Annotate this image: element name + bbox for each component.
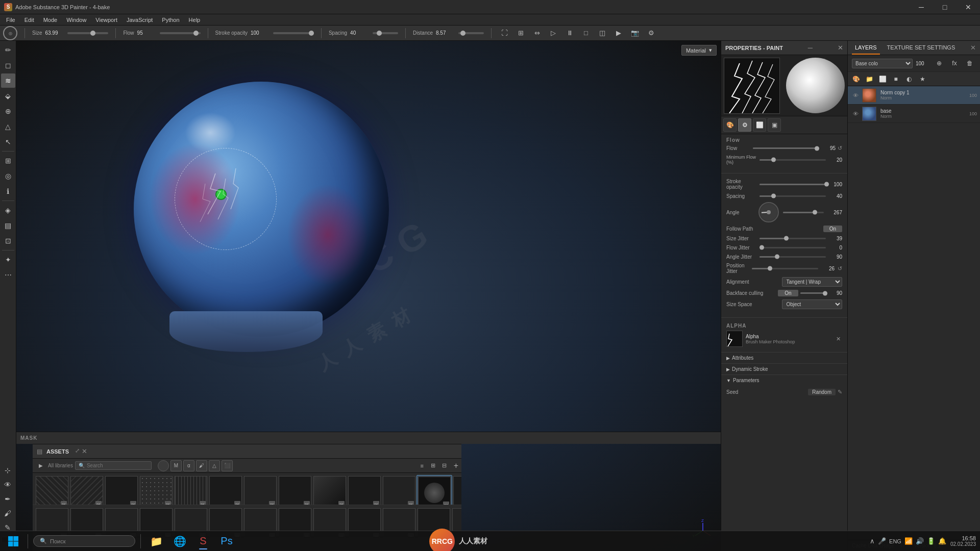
uv-tool[interactable]: ⊡ (1, 234, 15, 248)
screenshot-icon[interactable]: 📷 (629, 28, 641, 39)
list-item[interactable]: ps Hatching (174, 475, 208, 505)
select-tool[interactable]: ↖ (1, 135, 15, 149)
search-input[interactable] (87, 463, 148, 468)
paint-tool[interactable]: ✏ (1, 43, 15, 57)
flow-jitter-thumb[interactable] (760, 245, 764, 250)
list-item[interactable]: ps Ink Splatte... (382, 475, 416, 505)
list-item[interactable]: ps Hatching... (208, 475, 243, 505)
assets-float-btn[interactable]: ⤢ (75, 447, 80, 455)
distance-slider[interactable] (458, 32, 484, 34)
filter-alpha-btn[interactable]: α (183, 460, 194, 471)
menu-file[interactable]: File (2, 16, 19, 24)
video-icon[interactable]: ▶ (613, 28, 624, 39)
layer-folder-btn[interactable]: 📁 (863, 73, 875, 85)
brush2-tool[interactable]: 🖌 (1, 506, 15, 520)
list-item[interactable]: ps Ivy Branch (452, 475, 461, 505)
flow-randomize-btn[interactable]: ↺ (838, 145, 842, 152)
angle-wheel[interactable] (758, 202, 779, 222)
add-asset-btn[interactable]: + (454, 461, 458, 470)
eraser-tool[interactable]: ◻ (1, 58, 15, 72)
spacing-slider[interactable] (373, 32, 398, 34)
stroke-opacity-slider[interactable] (273, 32, 314, 34)
seed-value[interactable]: Random (808, 389, 836, 395)
notification-icon[interactable]: 🔔 (938, 537, 946, 545)
layer-paint-btn[interactable]: 🎨 (850, 73, 862, 85)
layer-visibility-icon[interactable]: 👁 (851, 91, 860, 100)
list-item[interactable]: ps Ink Splatte... (416, 475, 452, 505)
list-view-btn[interactable]: ≡ (417, 461, 427, 471)
layer-row[interactable]: 👁 base Norm 100 (848, 105, 980, 123)
list-item[interactable]: ps Hatching S... (278, 475, 312, 505)
layer-row[interactable]: 👁 Norm copy 1 Norm 100 (848, 86, 980, 105)
follow-path-toggle[interactable]: On (823, 226, 842, 232)
render2-icon[interactable]: ◫ (597, 28, 608, 39)
material-dropdown[interactable]: Material ▾ (681, 45, 717, 56)
filter-geo-btn[interactable]: △ (209, 460, 220, 471)
pen-tool[interactable]: ✒ (1, 492, 15, 506)
expand-all-icon[interactable]: ▶ (36, 461, 46, 471)
assets-search-box[interactable]: 🔍 (75, 461, 152, 470)
filter-tex-btn[interactable]: ⬛ (222, 460, 233, 471)
fill-tool[interactable]: ⬙ (1, 89, 15, 103)
brush-icon[interactable]: ◎ (3, 26, 17, 40)
grid-icon[interactable]: ⊞ (515, 28, 526, 39)
list-item[interactable]: ps Graffiti (35, 475, 69, 505)
list-item[interactable]: ps Ink Random (347, 475, 382, 505)
size-slider[interactable] (67, 32, 108, 34)
layer-mask-btn[interactable]: ⬜ (876, 73, 889, 85)
start-button[interactable] (4, 532, 22, 550)
extra2-tool[interactable]: ⋯ (1, 268, 15, 282)
menu-python[interactable]: Python (158, 16, 183, 24)
filter-brush-btn[interactable]: 🖌 (196, 460, 207, 471)
stroke-opacity-thumb[interactable] (824, 182, 829, 187)
geometry-tool[interactable]: △ (1, 119, 15, 134)
assets-close-btn[interactable]: ✕ (82, 447, 87, 455)
grid-view-btn[interactable]: ⊞ (428, 461, 438, 471)
dynamic-stroke-header[interactable]: ▶ Dynamic Stroke (721, 364, 847, 374)
min-flow-thumb[interactable] (771, 158, 776, 162)
list-item[interactable]: ps Hatching S... (243, 475, 278, 505)
smudge-tool[interactable]: ≋ (1, 73, 15, 88)
menu-mode[interactable]: Mode (39, 16, 62, 24)
flow-thumb[interactable] (815, 146, 819, 151)
info-tool[interactable]: ℹ (1, 184, 15, 198)
spacing-thumb[interactable] (771, 194, 776, 198)
blend-mode-select[interactable]: Base colo (852, 59, 913, 68)
attributes-header[interactable]: ▶ Attributes (721, 353, 847, 363)
layer-fill-btn[interactable]: ■ (890, 73, 902, 85)
menu-window[interactable]: Window (62, 16, 90, 24)
backface-toggle[interactable]: On (778, 290, 798, 296)
alignment-select[interactable]: Tangent | Wrap (782, 277, 843, 287)
battery-icon[interactable]: 🔋 (927, 537, 935, 545)
layers-tab[interactable]: LAYERS (852, 41, 880, 55)
clone-tool[interactable]: ⊕ (1, 104, 15, 118)
properties-minimize-btn[interactable]: ─ (808, 44, 813, 52)
volume-icon[interactable]: 🔊 (916, 537, 924, 545)
taskbar-app-photoshop[interactable]: Ps (216, 532, 237, 550)
flag-icon[interactable]: ▷ (548, 28, 559, 39)
transform-tool[interactable]: ⊞ (1, 154, 15, 168)
seed-randomize-icon[interactable]: ✎ (838, 389, 842, 395)
parameters-header[interactable]: ▼ Parameters (721, 375, 847, 386)
position-jitter-thumb[interactable] (768, 266, 772, 271)
clock-widget[interactable]: 16:58 02.02.2023 (950, 535, 976, 547)
pause-icon[interactable]: ⏸ (564, 28, 575, 39)
menu-javascript[interactable]: JavaScript (122, 16, 157, 24)
angle-jitter-thumb[interactable] (775, 255, 779, 259)
maximize-button[interactable]: □ (933, 0, 957, 14)
settings-icon[interactable]: ⚙ (646, 28, 657, 39)
list-item[interactable]: ps Hair Lines (69, 475, 104, 505)
camera-nav-tool[interactable]: ◎ (1, 169, 15, 183)
minimize-button[interactable]: ─ (910, 0, 933, 14)
layer-gen-btn[interactable]: ★ (916, 73, 928, 85)
eye-tool[interactable]: 👁 (1, 478, 15, 492)
lang-indicator[interactable]: ENG (889, 538, 901, 544)
menu-help[interactable]: Help (185, 16, 205, 24)
prop-tab-paint[interactable]: 🎨 (723, 118, 737, 132)
layer-visibility-icon[interactable]: 👁 (851, 109, 860, 118)
layer-add-mask-btn[interactable]: ⊕ (933, 57, 945, 69)
size-jitter-thumb[interactable] (784, 236, 789, 241)
properties-close-btn[interactable]: ✕ (838, 44, 843, 52)
position-jitter-refresh-icon[interactable]: ↺ (838, 265, 842, 272)
prop-tab-extra[interactable]: ▣ (768, 118, 781, 132)
